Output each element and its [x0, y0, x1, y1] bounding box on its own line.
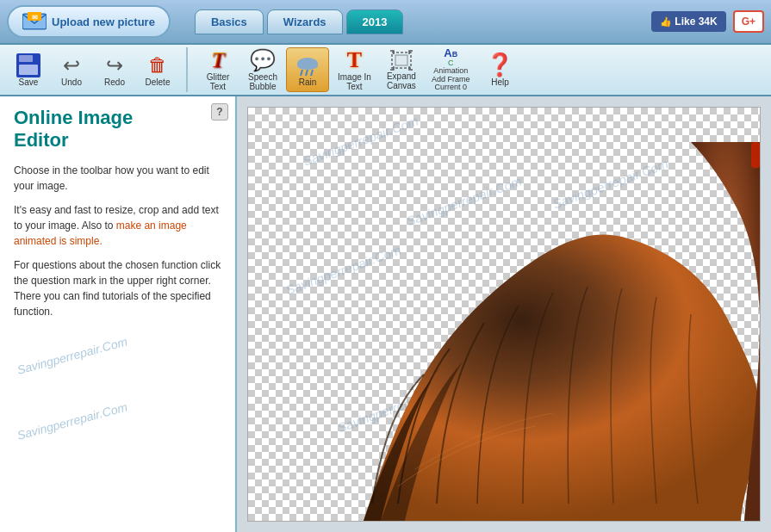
sidebar-watermark-2: Savingperrepair.Com	[16, 375, 220, 442]
undo-button[interactable]: ↩ Undo	[50, 47, 93, 92]
sidebar-para-1: Choose in the toolbar how you want to ed…	[14, 163, 221, 194]
glitter-text-button[interactable]: T GlitterText	[196, 47, 239, 92]
sidebar: ? Online ImageEditor Choose in the toolb…	[0, 96, 237, 532]
delete-button[interactable]: 🗑 Delete	[136, 47, 179, 92]
facebook-button[interactable]: 👍 Like 34K	[651, 11, 726, 32]
save-button[interactable]: Save	[7, 47, 50, 92]
redo-button[interactable]: ↪ Redo	[93, 47, 136, 92]
gplus-label: G+	[742, 15, 755, 28]
undo-icon: ↩	[58, 53, 85, 77]
speech-bubble-button[interactable]: 💬 SpeechBubble	[241, 47, 284, 92]
sidebar-para-2: It's easy and fast to resize, crop and a…	[14, 202, 221, 249]
animation-label: AnimationAdd FrameCurrent 0	[432, 67, 470, 93]
gplus-button[interactable]: G+	[733, 10, 764, 33]
sidebar-watermark-1: Savingperrepair.Com	[16, 310, 220, 377]
animation-icon: AB C	[437, 47, 464, 67]
redo-label: Redo	[104, 77, 125, 87]
svg-point-5	[297, 62, 308, 69]
social-buttons: 👍 Like 34K G+	[651, 10, 764, 33]
highlight-text: make an image animated is simple.	[14, 220, 187, 247]
eagle-image	[312, 142, 760, 521]
tab-wizards[interactable]: Wizards	[267, 9, 343, 34]
rain-label: Rain	[299, 77, 317, 87]
expand-canvas-icon	[388, 49, 415, 71]
fb-label: Like 34K	[675, 15, 717, 28]
sidebar-title: Online ImageEditor	[14, 107, 221, 152]
glitter-text-icon: T	[204, 48, 232, 72]
top-bar: ✉ Upload new picture Basics Wizards 2013…	[0, 0, 771, 45]
image-in-text-button[interactable]: T Image InText	[331, 47, 378, 92]
delete-label: Delete	[146, 77, 171, 87]
undo-label: Undo	[61, 77, 82, 87]
speech-bubble-label: SpeechBubble	[248, 72, 277, 91]
help-button[interactable]: ❓ Help	[478, 47, 521, 92]
rain-icon	[294, 53, 321, 77]
help-icon: ❓	[486, 53, 513, 77]
image-in-text-icon: T	[340, 48, 368, 72]
envelope-icon: ✉	[22, 12, 47, 31]
tab-basics[interactable]: Basics	[195, 9, 264, 34]
redo-icon: ↪	[101, 53, 128, 77]
basic-tools: Save ↩ Undo ↪ Redo 🗑 Delete	[7, 47, 188, 92]
tab-2013[interactable]: 2013	[346, 9, 404, 34]
save-label: Save	[19, 77, 39, 87]
delete-icon: 🗑	[144, 53, 171, 77]
speech-bubble-icon: 💬	[249, 48, 277, 72]
sidebar-para-3: For questions about the chosen function …	[14, 257, 221, 319]
canvas-inner: Savingperrepair.Com Savingperrepair.Com …	[247, 107, 761, 522]
upload-button[interactable]: ✉ Upload new picture	[7, 5, 171, 38]
svg-line-9	[311, 70, 313, 76]
svg-text:✉: ✉	[32, 14, 38, 22]
tabs-area: Basics Wizards 2013	[195, 9, 404, 34]
main-area: ? Online ImageEditor Choose in the toolb…	[0, 96, 771, 532]
expand-canvas-button[interactable]: ExpandCanvas	[380, 47, 423, 92]
toolbar: Save ↩ Undo ↪ Redo 🗑 Delete T GlitterTex…	[0, 45, 771, 96]
svg-point-6	[308, 62, 318, 69]
glitter-text-label: GlitterText	[207, 72, 230, 91]
save-icon	[15, 53, 42, 77]
expand-canvas-label: ExpandCanvas	[387, 71, 416, 90]
rain-button[interactable]: Rain	[286, 47, 329, 92]
sidebar-help-button[interactable]: ?	[211, 103, 228, 121]
svg-rect-12	[751, 142, 760, 168]
svg-line-8	[306, 70, 308, 76]
canvas-area[interactable]: Savingperrepair.Com Savingperrepair.Com …	[237, 96, 771, 532]
upload-label: Upload new picture	[52, 15, 155, 28]
svg-line-7	[301, 70, 302, 76]
animation-button[interactable]: AB C AnimationAdd FrameCurrent 0	[425, 47, 477, 92]
image-in-text-label: Image InText	[338, 72, 371, 91]
help-label: Help	[491, 77, 509, 87]
svg-rect-11	[395, 55, 407, 65]
